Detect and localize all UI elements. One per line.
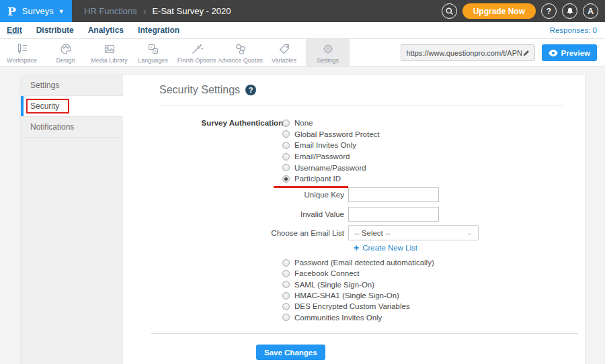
invalid-value-label: Invalid Value: [159, 210, 348, 218]
email-list-row: Choose an Email List -- Select -- ⌄: [159, 225, 479, 240]
breadcrumb-separator: ›: [143, 6, 147, 17]
survey-url-input[interactable]: [407, 49, 522, 57]
pencil-icon: [522, 49, 530, 57]
toolbar-items: Workspace Design Media Library xA Langua…: [0, 39, 350, 67]
annotation-red-box: Security: [26, 99, 69, 113]
bell-icon: [566, 7, 574, 15]
eye-icon: [549, 50, 558, 56]
radio-facebook-connect[interactable]: Facebook Connect: [282, 268, 434, 279]
search-icon: [445, 7, 454, 15]
toolbar-item-settings[interactable]: Settings: [306, 39, 350, 67]
title-divider: [159, 105, 563, 106]
sidebar-item-notifications[interactable]: Notifications: [21, 117, 123, 138]
breadcrumb-current: E-Sat Survey - 2020: [152, 6, 231, 16]
radio-hmac-sha1-sso[interactable]: HMAC-SHA1 (Single Sign-On): [282, 290, 434, 301]
radio-icon[interactable]: [282, 292, 290, 300]
create-new-list-link[interactable]: + Create New List: [354, 244, 417, 252]
invalid-value-row: Invalid Value: [159, 207, 439, 222]
radio-icon[interactable]: [282, 120, 290, 127]
toolbar-item-variables[interactable]: Variables: [262, 39, 306, 67]
notifications-button[interactable]: [562, 3, 577, 19]
email-list-select[interactable]: -- Select -- ⌄: [348, 225, 479, 240]
radio-participant-id[interactable]: Participant ID: [282, 173, 380, 185]
toolbar-item-finish-options[interactable]: Finish Options: [175, 39, 218, 67]
radio-icon[interactable]: [282, 130, 290, 138]
radio-icon[interactable]: [282, 142, 290, 149]
unique-key-row: Unique Key: [159, 187, 439, 202]
save-changes-button[interactable]: Save Changes: [256, 345, 325, 360]
survey-nav: Edit Distribute Analytics Integration Re…: [0, 22, 605, 39]
settings-sidebar: Settings Security Notifications: [21, 75, 123, 364]
page-title: Security Settings: [159, 84, 240, 96]
radio-username-password[interactable]: Username/Password: [282, 162, 380, 173]
section-help-icon[interactable]: ?: [245, 85, 256, 95]
upgrade-now-button[interactable]: Upgrade Now: [462, 3, 536, 19]
svg-text:x: x: [150, 45, 152, 49]
toolbar-item-media-library[interactable]: Media Library: [87, 39, 131, 67]
radio-icon[interactable]: [282, 259, 290, 267]
security-settings-main: Security Settings ? Survey Authenticatio…: [123, 75, 585, 364]
nav-tabs: Edit Distribute Analytics Integration: [7, 26, 179, 35]
svg-text:A: A: [154, 49, 157, 53]
toolbar-item-advance-quotas[interactable]: Advance Quotas: [218, 39, 262, 67]
radio-icon[interactable]: [282, 281, 290, 288]
design-icon: [59, 42, 73, 56]
search-button[interactable]: [442, 3, 457, 19]
tab-analytics[interactable]: Analytics: [88, 26, 124, 35]
finish-options-icon: [190, 42, 204, 56]
tab-edit[interactable]: Edit: [7, 26, 22, 35]
radio-global-password-protect[interactable]: Global Password Protect: [282, 129, 380, 140]
breadcrumb: HR Functions › E-Sat Survey - 2020: [84, 6, 231, 17]
variables-icon: [278, 42, 291, 56]
sidebar-item-settings[interactable]: Settings: [21, 75, 123, 96]
radio-email-password[interactable]: Email/Password: [282, 151, 380, 163]
radio-none[interactable]: None: [282, 118, 380, 129]
sidebar-item-security[interactable]: Security: [21, 96, 123, 117]
radio-icon[interactable]: [282, 314, 290, 321]
toolbar-right: Preview: [401, 44, 605, 61]
radio-icon[interactable]: [282, 164, 290, 171]
toolbar-item-workspace[interactable]: Workspace: [0, 39, 44, 67]
footer-divider: [151, 333, 578, 334]
survey-authentication-label: Survey Authentication:: [159, 119, 286, 127]
radio-icon[interactable]: [282, 270, 290, 277]
workspace-icon: [15, 42, 29, 56]
unique-key-input[interactable]: [348, 187, 439, 202]
preview-button[interactable]: Preview: [542, 44, 597, 61]
advance-quotas-icon: [234, 42, 247, 56]
topbar-actions: Upgrade Now ? A: [442, 3, 605, 19]
account-avatar[interactable]: A: [583, 3, 598, 19]
tab-integration[interactable]: Integration: [138, 26, 179, 35]
product-switcher[interactable]: P Surveys ▼: [0, 0, 72, 22]
help-button[interactable]: ?: [541, 3, 557, 19]
invalid-value-input[interactable]: [348, 207, 439, 222]
questionpro-logo-icon: P: [7, 5, 16, 18]
radio-des-encrypted-variables[interactable]: DES Encrypted Custom Variables: [282, 301, 434, 312]
languages-icon: xA: [147, 42, 160, 56]
plus-icon: +: [354, 244, 359, 252]
chevron-down-icon: ⌄: [467, 228, 473, 237]
radio-email-invites-only[interactable]: Email Invites Only: [282, 140, 380, 151]
tab-distribute[interactable]: Distribute: [36, 26, 74, 35]
radio-checked-icon[interactable]: [282, 175, 290, 183]
chevron-down-icon: ▼: [58, 8, 65, 15]
toolbar-item-design[interactable]: Design: [44, 39, 87, 67]
radio-icon[interactable]: [282, 153, 290, 161]
radio-communities-invites-only[interactable]: Communities Invites Only: [282, 312, 434, 322]
media-library-icon: [103, 42, 116, 56]
settings-panel: Settings Security Notifications Security…: [21, 75, 585, 364]
toolbar-item-languages[interactable]: xA Languages: [131, 39, 175, 67]
survey-url-field: [401, 44, 535, 61]
breadcrumb-folder[interactable]: HR Functions: [84, 6, 137, 16]
radio-icon[interactable]: [282, 303, 290, 310]
settings-icon: [321, 42, 335, 56]
responses-count[interactable]: Responses: 0: [550, 26, 597, 34]
edit-url-button[interactable]: [522, 49, 530, 57]
radio-password-email-auto[interactable]: Password (Email detected automatically): [282, 257, 434, 268]
page-title-row: Security Settings ?: [159, 84, 256, 96]
auth-options-top: None Global Password Protect Email Invit…: [282, 118, 380, 185]
auth-options-bottom: Password (Email detected automatically) …: [282, 257, 434, 323]
edit-toolbar: Workspace Design Media Library xA Langua…: [0, 39, 605, 67]
topbar: P Surveys ▼ HR Functions › E-Sat Survey …: [0, 0, 605, 22]
radio-saml-sso[interactable]: SAML (Single Sign-On): [282, 279, 434, 290]
